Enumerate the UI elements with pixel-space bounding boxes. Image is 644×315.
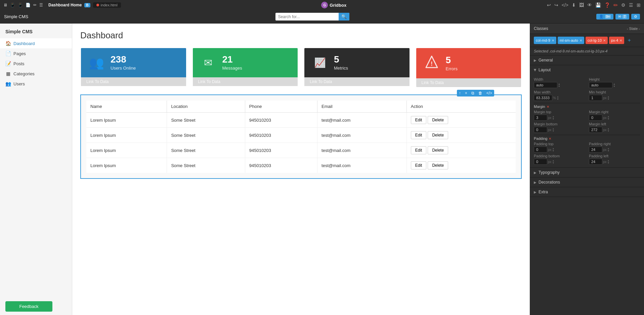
delete-button[interactable]: Delete — [428, 146, 448, 154]
padding-left-input[interactable] — [589, 159, 602, 165]
sidebar-item-dashboard[interactable]: 🏠 Dashboard — [0, 38, 72, 48]
padding-remove-icon[interactable]: ✕ — [549, 137, 551, 141]
minheight-up-icon[interactable]: ▲ — [607, 95, 610, 98]
maxwidth-up-icon[interactable]: ▲ — [557, 95, 559, 98]
padding-bottom-input[interactable] — [534, 159, 547, 165]
toolbar-up-btn[interactable]: ↑ — [457, 90, 463, 96]
margin-left-up[interactable]: ▲ — [607, 127, 610, 130]
margin-left-down[interactable]: ▼ — [607, 130, 610, 132]
edit-button[interactable]: Edit — [411, 161, 427, 169]
sys-gear-icon[interactable]: ⚙ — [621, 2, 626, 8]
search-button[interactable]: 🔍 — [339, 13, 349, 21]
minheight-input[interactable] — [589, 95, 602, 101]
sidebar-item-pages[interactable]: 📄 Pages — [0, 48, 72, 58]
delete-button[interactable]: Delete — [428, 161, 448, 169]
sys-image-icon[interactable]: 🖼 — [579, 2, 584, 8]
width-up-icon[interactable]: ▲ — [558, 83, 560, 85]
class-tag-remove[interactable]: ✕ — [552, 39, 554, 42]
messages-badge[interactable]: ✉ 7 — [615, 14, 629, 19]
metrics-stat-footer[interactable]: Link To Data — [304, 77, 410, 86]
users-stat-footer[interactable]: Link To Data — [81, 77, 186, 86]
height-input[interactable] — [589, 82, 612, 88]
decorations-section-header[interactable]: ▶ Decorations — [530, 178, 644, 187]
margin-top-down[interactable]: ▼ — [552, 118, 555, 120]
padding-right-down[interactable]: ▼ — [607, 150, 610, 152]
sys-undo-icon[interactable]: ↩ — [547, 2, 551, 8]
sidebar-item-users[interactable]: 👥 Users — [0, 79, 72, 89]
divider2 — [534, 135, 640, 135]
padding-right-unit: px — [603, 148, 607, 152]
margin-bottom-up[interactable]: ▲ — [552, 127, 555, 130]
sys-download-icon[interactable]: ⬇ — [572, 2, 576, 8]
class-tag-remove[interactable]: ✕ — [619, 39, 622, 42]
padding-top-input[interactable] — [534, 147, 547, 153]
cell-phone: 945010203 — [245, 113, 317, 128]
settings-badge[interactable]: ⚙ — [631, 14, 640, 19]
sys-code-icon[interactable]: </> — [562, 2, 568, 8]
width-down-icon[interactable]: ▼ — [558, 85, 560, 87]
sys-help-icon[interactable]: ❓ — [604, 2, 610, 8]
toolbar-code-btn[interactable]: </> — [484, 90, 494, 96]
margin-top-input[interactable] — [534, 115, 547, 121]
maxwidth-down-icon[interactable]: ▼ — [557, 98, 559, 100]
sys-fullscreen-icon[interactable]: ⊞ — [637, 2, 641, 8]
margin-bottom-down[interactable]: ▼ — [552, 130, 555, 132]
feedback-button[interactable]: Feedback — [5, 301, 52, 312]
padding-right-up[interactable]: ▲ — [607, 147, 610, 150]
messages-stat-footer[interactable]: Link To Data — [193, 77, 298, 86]
padding-right-input[interactable] — [589, 147, 602, 153]
toolbar-trash-btn[interactable]: 🗑 — [476, 90, 484, 96]
margin-bottom-input[interactable] — [534, 127, 547, 133]
stats-row: 👥 238 Users Online Link To Data ✉ 21 Mes… — [80, 47, 522, 88]
margin-top-up[interactable]: ▲ — [552, 115, 555, 118]
sys-save-icon[interactable]: 💾 — [595, 2, 601, 8]
typography-section-header[interactable]: ▶ Typography — [530, 168, 644, 177]
sidebar-item-categories[interactable]: ▦ Categories — [0, 69, 72, 79]
sys-pen-icon[interactable]: ✏ — [613, 2, 618, 8]
toolbar-copy-btn[interactable]: ⧉ — [469, 90, 476, 96]
margin-bottom-field: Margin bottom px ▲ ▼ — [534, 122, 585, 133]
sidebar-item-posts[interactable]: 📝 Posts — [0, 58, 72, 69]
delete-button[interactable]: Delete — [428, 131, 448, 139]
edit-button[interactable]: Edit — [411, 146, 427, 154]
minheight-down-icon[interactable]: ▼ — [607, 98, 610, 100]
general-section-header[interactable]: ▶ General — [530, 55, 644, 65]
class-tag-remove[interactable]: ✕ — [579, 39, 582, 42]
file-tab[interactable]: index.html — [93, 2, 121, 8]
padding-top-down[interactable]: ▼ — [552, 150, 555, 152]
height-up-icon[interactable]: ▲ — [613, 83, 615, 85]
margin-right-input[interactable] — [589, 115, 602, 121]
margin-remove-icon[interactable]: ✕ — [547, 105, 549, 109]
margin-left-input[interactable] — [589, 127, 602, 133]
search-input[interactable] — [275, 13, 339, 21]
height-down-icon[interactable]: ▼ — [613, 85, 615, 87]
margin-right-up[interactable]: ▲ — [607, 115, 610, 118]
padding-left-down[interactable]: ▼ — [607, 162, 610, 164]
width-input[interactable] — [534, 82, 557, 88]
users-badge[interactable]: 👤 9+ — [596, 14, 613, 19]
padding-bottom-up[interactable]: ▲ — [552, 159, 555, 162]
delete-button[interactable]: Delete — [428, 116, 448, 124]
edit-button[interactable]: Edit — [411, 116, 427, 124]
sys-eye-icon[interactable]: 👁 — [587, 2, 592, 8]
add-class-button[interactable]: + — [626, 37, 633, 44]
sys-menu-icon[interactable]: ☰ — [629, 2, 633, 8]
class-tag-col-lg-10[interactable]: col-lg-10 ✕ — [586, 37, 608, 44]
edit-button[interactable]: Edit — [411, 131, 427, 139]
errors-stat-footer[interactable]: Link To Data — [416, 78, 521, 87]
class-tag-remove[interactable]: ✕ — [603, 39, 606, 42]
class-tag-px-4[interactable]: px-4 ✕ — [609, 37, 624, 44]
sys-icon-monitor: 🖥 — [3, 3, 7, 7]
sys-redo-icon[interactable]: ↪ — [554, 2, 558, 8]
layout-section-header[interactable]: ▶ Layout — [530, 65, 644, 75]
class-tag-ml-sm-auto[interactable]: ml-sm-auto ✕ — [558, 37, 584, 44]
padding-bottom-down[interactable]: ▼ — [552, 162, 555, 164]
toolbar-add-btn[interactable]: + — [463, 90, 469, 96]
cell-action: Edit Delete — [406, 128, 516, 143]
padding-top-up[interactable]: ▲ — [552, 147, 555, 150]
padding-left-up[interactable]: ▲ — [607, 159, 610, 162]
class-tag-col-md-9[interactable]: col-md-9 ✕ — [534, 37, 556, 44]
margin-right-down[interactable]: ▼ — [607, 118, 610, 120]
extra-section-header[interactable]: ▶ Extra — [530, 187, 644, 197]
maxwidth-input[interactable] — [534, 95, 552, 101]
